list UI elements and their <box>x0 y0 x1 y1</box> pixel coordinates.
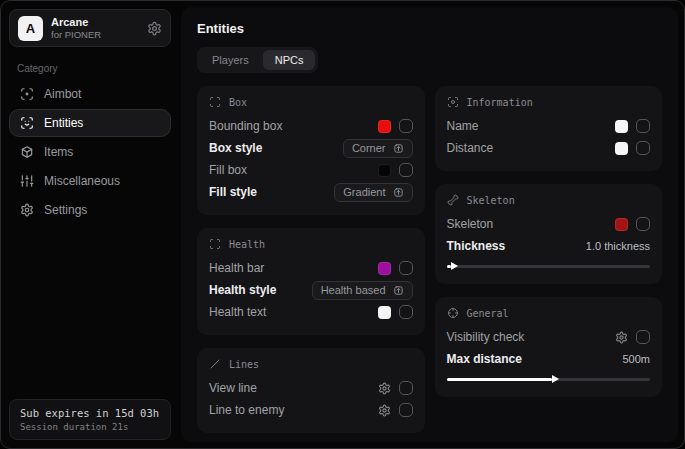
sidebar: A Arcane for PIONER Category Aimbot <box>7 7 173 442</box>
dropdown-value: Corner <box>352 142 386 154</box>
card-title: Health <box>229 239 265 250</box>
health-style-dropdown[interactable]: Health based <box>312 281 413 300</box>
card-information: Information Name Distance <box>435 86 663 171</box>
health-bar-color-swatch[interactable] <box>378 262 391 275</box>
card-skeleton: Skeleton Skeleton Thickness 1.0 thicknes… <box>435 184 663 284</box>
health-text-checkbox[interactable] <box>399 305 413 319</box>
logo-letter: A <box>26 21 35 36</box>
card-box: Box Bounding box Box style Corner <box>197 86 425 215</box>
slider-fill <box>447 265 451 268</box>
dropdown-expand-icon <box>393 285 404 296</box>
line-to-enemy-checkbox[interactable] <box>399 403 413 417</box>
row-name: Name <box>447 115 651 137</box>
bounding-box-checkbox[interactable] <box>399 119 413 133</box>
card-title: Information <box>467 97 533 108</box>
distance-color-swatch[interactable] <box>615 142 628 155</box>
row-max-distance: Max distance 500m <box>447 348 651 370</box>
dropdown-expand-icon <box>393 187 404 198</box>
slider-handle[interactable] <box>552 375 559 383</box>
dropdown-value: Gradient <box>343 186 385 198</box>
health-bar-checkbox[interactable] <box>399 261 413 275</box>
main-panel: Entities Players NPCs Box Bounding box <box>181 7 678 442</box>
card-lines: Lines View line Line to enemy <box>197 348 425 433</box>
row-label: Skeleton <box>447 217 494 231</box>
scan-brackets-icon <box>209 238 221 250</box>
app-subtitle: for PIONER <box>51 29 101 40</box>
row-label: Box style <box>209 141 262 155</box>
health-text-color-swatch[interactable] <box>378 306 391 319</box>
sidebar-item-settings[interactable]: Settings <box>9 196 171 224</box>
tab-group: Players NPCs <box>197 47 318 73</box>
row-fill-box: Fill box <box>209 159 413 181</box>
row-label: Fill style <box>209 185 257 199</box>
card-health-header: Health <box>209 238 413 250</box>
crosshair-scan-icon <box>20 87 34 101</box>
sidebar-item-miscellaneous[interactable]: Miscellaneous <box>9 167 171 195</box>
session-duration-text: Session duration 21s <box>20 422 160 432</box>
slider-fill <box>447 378 553 381</box>
brand-text: Arcane for PIONER <box>51 16 101 41</box>
dropdown-expand-icon <box>393 143 404 154</box>
row-box-style: Box style Corner <box>209 137 413 159</box>
view-line-settings-gear-icon[interactable] <box>378 382 391 395</box>
row-bounding-box: Bounding box <box>209 115 413 137</box>
max-distance-value: 500m <box>622 353 650 365</box>
scan-brackets-icon <box>209 96 221 108</box>
thickness-value: 1.0 thickness <box>586 240 650 252</box>
sidebar-nav: Aimbot Entities Items Miscellaneous <box>9 80 171 224</box>
sidebar-item-entities[interactable]: Entities <box>9 109 171 137</box>
row-health-bar: Health bar <box>209 257 413 279</box>
sidebar-item-label: Items <box>44 145 73 159</box>
brand-settings-button[interactable] <box>147 21 162 36</box>
sliders-icon <box>20 174 34 188</box>
page-title: Entities <box>197 21 662 36</box>
subscription-info: Sub expires in 15d 03h Session duration … <box>9 399 171 440</box>
card-general: General Visibility check Max distance <box>435 297 663 397</box>
row-skeleton: Skeleton <box>447 213 651 235</box>
row-label: Visibility check <box>447 330 525 344</box>
box-style-dropdown[interactable]: Corner <box>343 139 413 158</box>
view-line-checkbox[interactable] <box>399 381 413 395</box>
diagonal-line-icon <box>209 358 221 370</box>
tab-npcs[interactable]: NPCs <box>263 50 316 70</box>
app-window: A Arcane for PIONER Category Aimbot <box>0 0 685 449</box>
card-title: Box <box>229 97 247 108</box>
max-distance-slider[interactable] <box>447 375 651 385</box>
brand-card: A Arcane for PIONER <box>9 9 171 47</box>
gear-icon <box>147 21 162 36</box>
visibility-check-settings-gear-icon[interactable] <box>615 331 628 344</box>
card-title: Lines <box>229 359 259 370</box>
scan-dot-icon <box>447 96 459 108</box>
bone-icon <box>447 194 459 206</box>
bounding-box-color-swatch[interactable] <box>378 120 391 133</box>
left-column: Box Bounding box Box style Corner <box>197 86 425 433</box>
tab-players[interactable]: Players <box>200 50 261 70</box>
name-color-swatch[interactable] <box>615 120 628 133</box>
fill-box-checkbox[interactable] <box>399 163 413 177</box>
sub-expires-text: Sub expires in 15d 03h <box>20 407 160 419</box>
dropdown-value: Health based <box>321 284 386 296</box>
visibility-check-checkbox[interactable] <box>636 330 650 344</box>
card-general-header: General <box>447 307 651 319</box>
distance-checkbox[interactable] <box>636 141 650 155</box>
scan-face-icon <box>20 116 34 130</box>
fill-style-dropdown[interactable]: Gradient <box>334 183 412 202</box>
row-line-to-enemy: Line to enemy <box>209 399 413 421</box>
sidebar-item-items[interactable]: Items <box>9 138 171 166</box>
row-visibility-check: Visibility check <box>447 326 651 348</box>
row-label: Line to enemy <box>209 403 284 417</box>
row-label: Max distance <box>447 352 522 366</box>
row-health-text: Health text <box>209 301 413 323</box>
line-to-enemy-settings-gear-icon[interactable] <box>378 404 391 417</box>
right-column: Information Name Distance <box>435 86 663 397</box>
card-title: Skeleton <box>467 195 515 206</box>
thickness-slider[interactable] <box>447 262 651 272</box>
fill-box-color-swatch[interactable] <box>378 164 391 177</box>
slider-handle[interactable] <box>451 262 458 270</box>
app-title: Arcane <box>51 16 101 29</box>
skeleton-color-swatch[interactable] <box>615 218 628 231</box>
skeleton-checkbox[interactable] <box>636 217 650 231</box>
row-thickness: Thickness 1.0 thickness <box>447 235 651 257</box>
sidebar-item-aimbot[interactable]: Aimbot <box>9 80 171 108</box>
name-checkbox[interactable] <box>636 119 650 133</box>
